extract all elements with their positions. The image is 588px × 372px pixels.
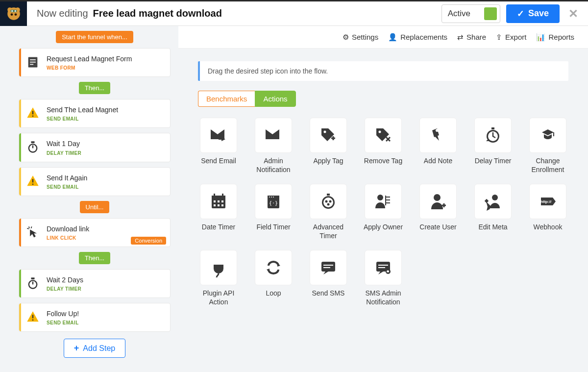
svg-rect-61 <box>386 202 390 203</box>
svg-rect-34 <box>491 127 494 129</box>
app-logo[interactable] <box>0 1 27 26</box>
conversion-badge: Conversion <box>131 237 166 245</box>
plus-icon: + <box>74 343 79 353</box>
action-webhook[interactable]: http://Webhook <box>527 184 568 240</box>
action-plugin[interactable]: Plugin API Action <box>198 250 239 306</box>
action-admin-notif[interactable]: Admin Notification <box>253 118 294 174</box>
svg-point-48 <box>271 197 272 198</box>
step-wait-1-day[interactable]: Wait 1 DayDELAY TIMER <box>19 133 171 162</box>
action-label: Add Note <box>417 157 459 166</box>
edit-meta-icon <box>474 184 512 219</box>
svg-rect-71 <box>378 267 385 268</box>
step-send-again[interactable]: Send It AgainSEND EMAIL <box>19 167 171 196</box>
action-label: Remove Tag <box>363 157 404 166</box>
action-label: Create User <box>417 223 459 232</box>
gear-icon: ⚙ <box>343 33 349 42</box>
action-label: Advanced Timer <box>308 223 349 240</box>
action-remove-tag[interactable]: Remove Tag <box>363 118 404 174</box>
action-date-timer[interactable]: Date Timer <box>198 184 239 240</box>
check-icon: ✓ <box>517 8 524 19</box>
svg-rect-19 <box>32 183 33 184</box>
svg-point-31 <box>436 129 439 132</box>
action-label: Admin Notification <box>253 157 294 174</box>
loop-icon <box>255 250 292 285</box>
svg-rect-12 <box>32 111 33 115</box>
pill-start: Start the funnel when... <box>56 31 133 43</box>
step-wait-2-days[interactable]: Wait 2 DaysDELAY TIMER <box>19 269 171 298</box>
action-label: Field Timer <box>253 223 294 232</box>
enrollment-icon <box>529 118 566 153</box>
apply-tag-icon <box>310 118 347 153</box>
svg-rect-28 <box>32 320 33 321</box>
svg-point-54 <box>325 200 328 203</box>
tab-actions[interactable]: Actions <box>255 91 295 107</box>
action-apply-tag[interactable]: Apply Tag <box>308 118 349 174</box>
svg-point-57 <box>377 195 383 200</box>
action-delay-timer[interactable]: Delay Timer <box>472 118 514 174</box>
toolbar-share[interactable]: ⇄Share <box>457 33 486 42</box>
svg-point-63 <box>492 195 498 200</box>
action-field-timer[interactable]: {·}Field Timer <box>253 184 294 240</box>
action-create-user[interactable]: Create User <box>417 184 459 240</box>
cursor-click-icon <box>26 225 40 239</box>
svg-rect-18 <box>32 179 33 182</box>
info-message: Drag the desired step icon into the flow… <box>198 61 568 81</box>
svg-rect-26 <box>31 277 35 279</box>
action-label: Webhook <box>527 223 568 232</box>
svg-rect-64 <box>485 199 489 203</box>
action-adv-timer[interactable]: Advanced Timer <box>308 184 349 240</box>
svg-rect-10 <box>30 62 36 63</box>
svg-rect-66 <box>321 262 335 272</box>
funnel-title: Free lead magnet download <box>93 8 222 19</box>
action-sms-admin[interactable]: SMS Admin Notification <box>363 250 404 306</box>
action-send-sms[interactable]: Send SMS <box>308 250 349 306</box>
toolbar-settings[interactable]: ⚙Settings <box>343 33 378 42</box>
main-toolbar: ⚙Settings 👤Replacements ⇄Share ⇪Export 📊… <box>178 26 588 49</box>
editing-label: Now editing <box>37 8 88 19</box>
svg-rect-59 <box>386 197 390 198</box>
action-apply-owner[interactable]: Apply Owner <box>363 184 404 240</box>
action-add-note[interactable]: Add Note <box>417 118 459 174</box>
svg-rect-67 <box>323 265 333 266</box>
svg-rect-58 <box>385 196 386 205</box>
step-download-link[interactable]: Download linkLINK CLICK Conversion <box>19 218 171 247</box>
status-selector[interactable]: Active <box>441 4 500 23</box>
sms-admin-icon <box>365 250 402 285</box>
svg-rect-53 <box>327 194 330 196</box>
status-swatch <box>484 7 497 20</box>
add-step-button[interactable]: + Add Step <box>64 339 125 358</box>
remove-tag-icon <box>365 118 402 153</box>
save-button[interactable]: ✓ Save <box>506 4 560 23</box>
svg-rect-37 <box>214 194 215 197</box>
close-icon[interactable]: ✕ <box>568 7 578 21</box>
action-enrollment[interactable]: Change Enrollment <box>527 118 568 174</box>
action-edit-meta[interactable]: Edit Meta <box>472 184 514 240</box>
toolbar-reports[interactable]: 📊Reports <box>536 33 574 42</box>
svg-rect-39 <box>214 200 216 202</box>
action-label: Send SMS <box>308 289 349 298</box>
step-send-lead-magnet[interactable]: Send The Lead MagnetSEND EMAIL <box>19 99 171 128</box>
svg-rect-9 <box>30 59 36 60</box>
action-send-email[interactable]: Send Email <box>198 118 239 174</box>
action-loop[interactable]: Loop <box>253 250 294 306</box>
webhook-icon: http:// <box>529 184 566 219</box>
svg-text:{·}: {·} <box>269 200 278 206</box>
toolbar-replacements[interactable]: 👤Replacements <box>388 33 447 42</box>
step-request-form[interactable]: Request Lead Magnet FormWEB FORM <box>19 48 171 77</box>
timer-icon <box>26 140 40 154</box>
svg-rect-27 <box>32 315 33 318</box>
svg-rect-70 <box>378 265 388 266</box>
step-follow-up[interactable]: Follow Up!SEND EMAIL <box>19 303 171 332</box>
svg-line-20 <box>29 226 29 228</box>
action-label: Change Enrollment <box>527 157 568 174</box>
svg-rect-13 <box>32 116 33 117</box>
toolbar-export[interactable]: ⇪Export <box>496 33 526 42</box>
svg-point-62 <box>434 194 441 201</box>
svg-rect-38 <box>222 194 223 197</box>
svg-rect-40 <box>218 200 220 202</box>
timer-icon <box>26 276 40 290</box>
tab-benchmarks[interactable]: Benchmarks <box>198 91 255 107</box>
delay-timer-icon <box>474 118 512 153</box>
header: Now editing Free lead magnet download Ac… <box>0 1 588 26</box>
svg-line-21 <box>27 228 29 229</box>
